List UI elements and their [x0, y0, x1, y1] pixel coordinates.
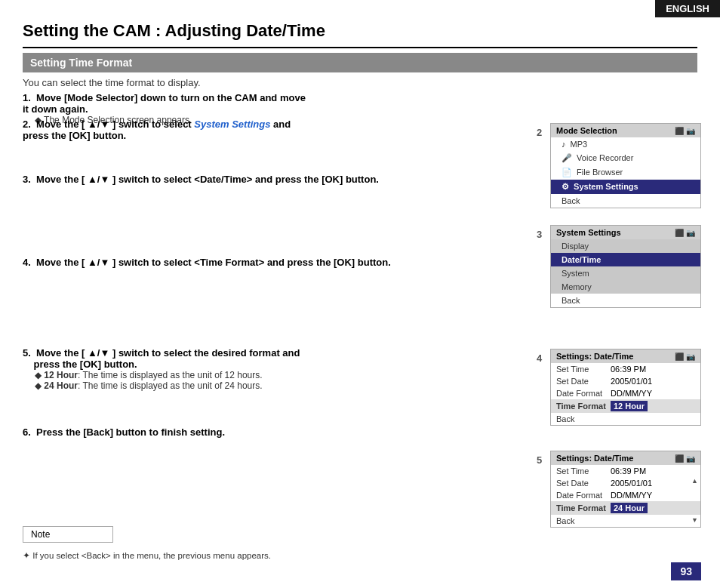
- panel-3-icons: ⬛ 📷: [675, 229, 695, 237]
- intro-text: You can select the time format to displa…: [23, 77, 201, 88]
- panel-5-header: Settings: Date/Time ⬛ 📷: [551, 451, 700, 465]
- panel-2-title: Mode Selection: [556, 126, 617, 135]
- panel-4-label-settime: Set Time: [556, 365, 611, 374]
- section-header: Setting Time Format: [23, 53, 697, 72]
- panel-5-label-timeformat: Time Format: [556, 503, 611, 513]
- panel-5-row-settime: Set Time 06:39 PM: [551, 465, 700, 477]
- panel-2-container: 2 Mode Selection ⬛ 📷 ♪ MP3 🎤 Voice Recor…: [550, 123, 701, 222]
- panel-5-label-back: Back: [556, 516, 611, 525]
- panel-5-row-back[interactable]: Back: [551, 515, 700, 527]
- panel-5-label-setdate: Set Date: [556, 479, 611, 488]
- panel-5-row-timeformat[interactable]: Time Format 24 Hour: [551, 501, 700, 515]
- step-5-bullet-1: ◆ 24 Hour: The time is displayed as the …: [35, 380, 300, 391]
- panel-3-item-back[interactable]: Back: [551, 294, 700, 307]
- step-4-content: Move the [ ▲/▼ ] switch to select <Time …: [33, 257, 390, 268]
- panel-4-value-settime: 06:39 PM: [611, 365, 646, 374]
- step-6: 6. Press the [Back] button to finish set…: [23, 426, 225, 438]
- panel-4-row-settime: Set Time 06:39 PM: [551, 363, 700, 375]
- panel-3-item-system[interactable]: System: [551, 266, 700, 280]
- panel-3-item-display[interactable]: Display: [551, 239, 700, 253]
- panel-2-header: Mode Selection ⬛ 📷: [551, 124, 700, 137]
- step-5: 5. Move the [ ▲/▼ ] switch to select the…: [23, 347, 300, 391]
- panel-5: Settings: Date/Time ⬛ 📷 Set Time 06:39 P…: [550, 451, 701, 528]
- panel-4-number: 4: [537, 352, 542, 364]
- scroll-up-arrow[interactable]: ▲: [691, 477, 698, 485]
- panel-3-title: System Settings: [556, 228, 621, 237]
- panel-5-container: 5 Settings: Date/Time ⬛ 📷 Set Time 06:39…: [550, 451, 701, 541]
- panel-4-container: 4 Settings: Date/Time ⬛ 📷 Set Time 06:39…: [550, 349, 701, 439]
- panel-4-row-timeformat[interactable]: Time Format 12 Hour: [551, 399, 700, 413]
- panel-3-header: System Settings ⬛ 📷: [551, 226, 700, 239]
- page-title: Setting the CAM : Adjusting Date/Time: [23, 21, 325, 41]
- step-6-content: Press the [Back] button to finish settin…: [33, 426, 225, 438]
- panel-4-row-back[interactable]: Back: [551, 413, 700, 425]
- step-5-content: Move the [ ▲/▼ ] switch to select the de…: [23, 347, 300, 370]
- step-1-number: 1.: [23, 92, 31, 103]
- step-3-number: 3.: [23, 174, 31, 185]
- panel-4-icons: ⬛ 📷: [675, 352, 695, 361]
- panel-2-item-0[interactable]: ♪ MP3: [551, 137, 700, 151]
- panel-4-label-timeformat: Time Format: [556, 402, 611, 411]
- step-4-number: 4.: [23, 257, 31, 268]
- panel-5-value-settime: 06:39 PM: [611, 466, 646, 476]
- panel-4-value-setdate: 2005/01/01: [611, 377, 652, 386]
- step-6-number: 6.: [23, 426, 31, 438]
- panel-3-number: 3: [537, 229, 542, 240]
- title-underline: [23, 47, 697, 48]
- panel-4-value-timeformat: 12 Hour: [611, 401, 648, 411]
- panel-5-label-settime: Set Time: [556, 466, 611, 476]
- panel-3-item-datetime[interactable]: Date/Time: [551, 253, 700, 266]
- panel-4-row-dateformat: Date Format DD/MM/YY: [551, 387, 700, 399]
- panel-3-container: 3 System Settings ⬛ 📷 Display Date/Time …: [550, 225, 701, 322]
- step-3: 3. Move the [ ▲/▼ ] switch to select <Da…: [23, 174, 379, 185]
- panel-2-icons: ⬛ 📷: [675, 127, 695, 135]
- panel-3: System Settings ⬛ 📷 Display Date/Time Sy…: [550, 225, 701, 308]
- panel-5-value-setdate: 2005/01/01: [611, 479, 652, 488]
- step-2-number: 2.: [23, 119, 31, 130]
- note-content: ✦ If you select <Back> in the menu, the …: [23, 550, 271, 561]
- panel-4-label-dateformat: Date Format: [556, 389, 611, 398]
- panel-5-row-setdate: Set Date 2005/01/01: [551, 477, 700, 489]
- panel-5-value-dateformat: DD/MM/YY: [611, 491, 652, 500]
- panel-2-item-1[interactable]: 🎤 Voice Recorder: [551, 151, 700, 165]
- panel-2-item-back[interactable]: Back: [551, 194, 700, 208]
- panel-5-title: Settings: Date/Time: [556, 454, 634, 463]
- panel-4-title: Settings: Date/Time: [556, 352, 634, 361]
- step-2: 2. Move the [ ▲/▼ ] switch to select Sys…: [23, 119, 312, 141]
- panel-5-label-dateformat: Date Format: [556, 491, 611, 500]
- step-4: 4. Move the [ ▲/▼ ] switch to select <Ti…: [23, 257, 391, 268]
- panel-2-number: 2: [537, 127, 542, 138]
- panel-2-item-3[interactable]: ⚙ System Settings: [551, 180, 700, 194]
- panel-2-item-2[interactable]: 📄 File Browser: [551, 165, 700, 180]
- page-number: 93: [671, 562, 701, 580]
- panel-4-value-dateformat: DD/MM/YY: [611, 389, 652, 398]
- panel-4-label-setdate: Set Date: [556, 377, 611, 386]
- step-5-number: 5.: [23, 347, 31, 359]
- panel-4-row-setdate: Set Date 2005/01/01: [551, 375, 700, 387]
- panel-5-row-dateformat: Date Format DD/MM/YY: [551, 489, 700, 501]
- panel-5-number: 5: [537, 454, 542, 466]
- step-3-content: Move the [ ▲/▼ ] switch to select <Date/…: [33, 174, 378, 185]
- step-2-content: Move the [ ▲/▼ ] switch to select System…: [23, 119, 291, 141]
- panel-4: Settings: Date/Time ⬛ 📷 Set Time 06:39 P…: [550, 349, 701, 426]
- note-box: Note: [23, 526, 113, 543]
- scroll-arrows[interactable]: ▲ ▼: [691, 476, 698, 525]
- panel-5-value-timeformat: 24 Hour: [611, 503, 648, 513]
- step-5-bullet-0: ◆ 12 Hour: The time is displayed as the …: [35, 370, 300, 380]
- panel-2: Mode Selection ⬛ 📷 ♪ MP3 🎤 Voice Recorde…: [550, 123, 701, 208]
- panel-5-icons: ⬛ 📷: [675, 454, 695, 463]
- panel-4-header: Settings: Date/Time ⬛ 📷: [551, 349, 700, 363]
- english-badge: ENGLISH: [655, 0, 720, 17]
- step-1-content: Move [Mode Selector] down to turn on the…: [23, 92, 306, 115]
- panel-3-item-memory[interactable]: Memory: [551, 280, 700, 294]
- scroll-down-arrow[interactable]: ▼: [691, 516, 698, 524]
- panel-4-label-back: Back: [556, 414, 611, 423]
